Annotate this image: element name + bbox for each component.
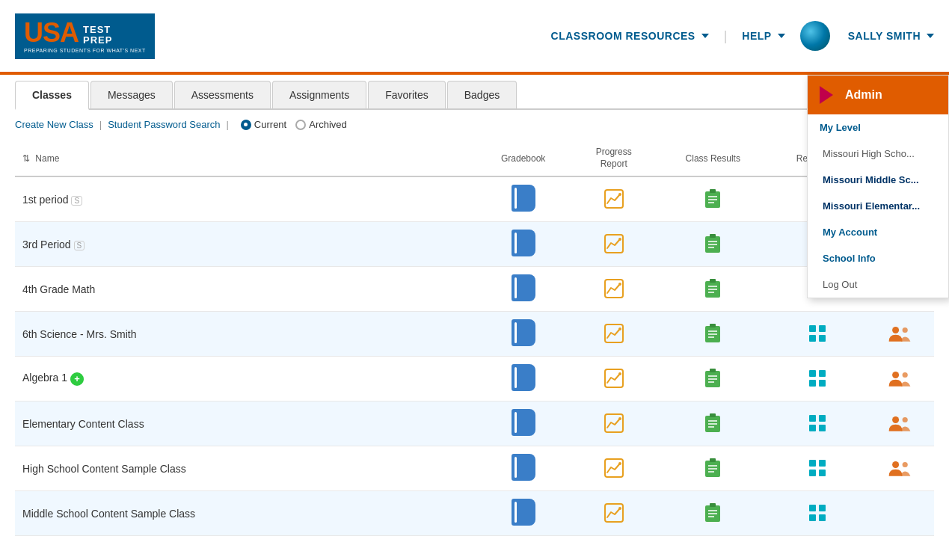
gradebook-icon[interactable] bbox=[512, 364, 535, 391]
svg-rect-0 bbox=[605, 190, 623, 208]
current-radio-icon bbox=[241, 120, 251, 130]
svg-rect-57 bbox=[809, 370, 816, 377]
classroom-resources-nav[interactable]: CLASSROOM RESOURCES bbox=[551, 30, 709, 42]
svg-rect-85 bbox=[809, 470, 816, 476]
svg-point-1 bbox=[618, 193, 621, 196]
archived-radio-label[interactable]: Archived bbox=[295, 119, 347, 130]
svg-rect-83 bbox=[809, 460, 816, 467]
nav-separator: | bbox=[724, 28, 728, 44]
svg-rect-99 bbox=[819, 514, 826, 521]
people-cell bbox=[865, 312, 934, 357]
svg-point-75 bbox=[903, 417, 908, 422]
svg-point-90 bbox=[618, 507, 621, 510]
create-class-link[interactable]: Create New Class bbox=[15, 119, 93, 130]
class-name[interactable]: Algebra 1 bbox=[22, 372, 67, 384]
log-out-item[interactable]: Log Out bbox=[808, 271, 948, 298]
progress-report-icon[interactable] bbox=[602, 277, 626, 301]
people-icon[interactable] bbox=[886, 366, 913, 390]
people-icon[interactable] bbox=[886, 411, 913, 435]
class-name[interactable]: Elementary Content Class bbox=[22, 418, 144, 430]
tab-classes[interactable]: Classes bbox=[15, 81, 89, 110]
svg-point-88 bbox=[903, 462, 908, 467]
tab-assignments[interactable]: Assignments bbox=[272, 81, 366, 108]
gradebook-icon[interactable] bbox=[512, 185, 535, 212]
tab-assignments-label: Assignments bbox=[289, 89, 349, 101]
resources-icon[interactable] bbox=[805, 411, 829, 435]
col-header-name[interactable]: ⇅ Name bbox=[15, 141, 475, 176]
gradebook-icon[interactable] bbox=[512, 230, 535, 256]
gradebook-icon[interactable] bbox=[512, 274, 535, 301]
class-results-icon[interactable] bbox=[702, 321, 723, 345]
class-results-icon[interactable] bbox=[702, 501, 723, 525]
class-name[interactable]: High School Content Sample Class bbox=[22, 463, 186, 475]
toolbar-separator: | bbox=[99, 119, 102, 130]
class-results-icon[interactable] bbox=[702, 456, 723, 480]
logo-test: TEST bbox=[83, 25, 112, 35]
admin-menu-item[interactable]: Admin bbox=[808, 76, 948, 114]
table-row: 6th Science - Mrs. Smith bbox=[15, 312, 934, 357]
gradebook-icon[interactable] bbox=[512, 319, 535, 346]
resources-icon[interactable] bbox=[805, 321, 829, 345]
people-icon[interactable] bbox=[886, 321, 913, 345]
table-row: High School Content Sample Class bbox=[15, 446, 934, 491]
school-info-item[interactable]: School Info bbox=[808, 245, 948, 271]
progress-report-icon[interactable] bbox=[602, 411, 626, 435]
svg-rect-45 bbox=[819, 325, 826, 332]
user-nav[interactable]: SALLY SMITH bbox=[848, 30, 934, 42]
class-results-icon[interactable] bbox=[702, 411, 723, 435]
resources-icon[interactable] bbox=[805, 501, 829, 525]
level-missouri-elementary[interactable]: Missouri Elementar... bbox=[808, 193, 948, 219]
progress-report-cell bbox=[572, 267, 656, 312]
tab-badges[interactable]: Badges bbox=[447, 81, 517, 108]
people-icon[interactable] bbox=[886, 456, 913, 480]
progress-report-icon[interactable] bbox=[602, 501, 626, 525]
progress-report-icon[interactable] bbox=[602, 232, 626, 256]
svg-rect-86 bbox=[819, 470, 826, 476]
gradebook-cell bbox=[475, 222, 572, 267]
gradebook-icon[interactable] bbox=[512, 409, 535, 436]
class-name[interactable]: 1st period bbox=[22, 194, 68, 206]
class-results-cell bbox=[656, 267, 770, 312]
class-name[interactable]: 3rd Period bbox=[22, 239, 71, 250]
resources-cell bbox=[770, 312, 865, 357]
toolbar-separator2: | bbox=[226, 119, 228, 130]
tab-messages[interactable]: Messages bbox=[90, 81, 173, 108]
progress-report-icon[interactable] bbox=[602, 366, 626, 390]
gradebook-icon[interactable] bbox=[512, 454, 535, 481]
class-name-cell: 6th Science - Mrs. Smith bbox=[15, 312, 475, 357]
class-results-icon[interactable] bbox=[702, 187, 723, 211]
progress-report-icon[interactable] bbox=[602, 456, 626, 480]
resources-icon[interactable] bbox=[805, 366, 829, 390]
progress-report-cell bbox=[572, 491, 656, 536]
progress-report-icon[interactable] bbox=[602, 321, 626, 345]
tab-assessments-label: Assessments bbox=[191, 89, 254, 101]
col-results-label: Class Results bbox=[686, 153, 740, 164]
class-name[interactable]: 4th Grade Math bbox=[22, 283, 95, 295]
admin-label: Admin bbox=[845, 88, 882, 102]
resources-icon[interactable] bbox=[805, 456, 829, 480]
tab-favorites[interactable]: Favorites bbox=[368, 81, 446, 108]
my-account-item[interactable]: My Account bbox=[808, 219, 948, 245]
class-results-icon[interactable] bbox=[702, 366, 723, 390]
table-row: Middle School Content Sample Class bbox=[15, 491, 934, 536]
help-nav[interactable]: HELP bbox=[742, 30, 784, 42]
logo-tagline: PREPARING STUDENTS FOR WHAT'S NEXT bbox=[24, 48, 146, 53]
gradebook-icon[interactable] bbox=[512, 499, 535, 526]
student-password-link[interactable]: Student Password Search bbox=[108, 119, 220, 130]
class-results-icon[interactable] bbox=[702, 232, 723, 256]
current-radio-label[interactable]: Current bbox=[241, 119, 286, 130]
badge-plus-icon: + bbox=[70, 372, 84, 386]
toolbar: Create New Class | Student Password Sear… bbox=[15, 119, 934, 130]
class-name[interactable]: 6th Science - Mrs. Smith bbox=[22, 328, 137, 340]
progress-report-icon[interactable] bbox=[602, 187, 626, 211]
help-label: HELP bbox=[742, 30, 771, 42]
progress-report-cell bbox=[572, 312, 656, 357]
tab-classes-label: Classes bbox=[32, 89, 72, 101]
class-results-icon[interactable] bbox=[702, 277, 723, 301]
tab-favorites-label: Favorites bbox=[385, 89, 429, 101]
svg-point-77 bbox=[618, 462, 621, 465]
class-name[interactable]: Middle School Content Sample Class bbox=[22, 508, 195, 520]
level-missouri-middle[interactable]: Missouri Middle Sc... bbox=[808, 167, 948, 193]
level-missouri-high[interactable]: Missouri High Scho... bbox=[808, 141, 948, 167]
tab-assessments[interactable]: Assessments bbox=[174, 81, 271, 108]
